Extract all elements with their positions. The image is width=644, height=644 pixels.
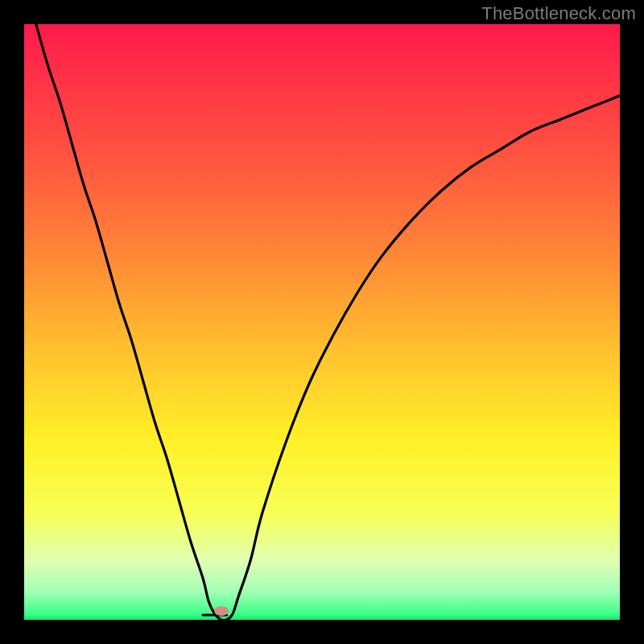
chart-svg xyxy=(0,0,644,644)
minimum-marker xyxy=(214,606,229,616)
plot-background xyxy=(24,24,620,620)
watermark-text: TheBottleneck.com xyxy=(481,3,636,24)
chart-frame: TheBottleneck.com xyxy=(0,0,644,644)
